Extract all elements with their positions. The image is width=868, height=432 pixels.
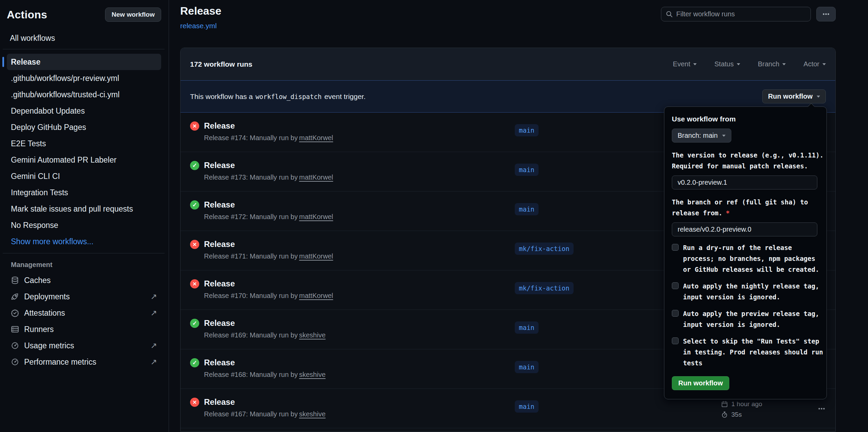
server-icon [11,325,19,333]
run-title-link[interactable]: Release [204,161,333,170]
run-actor-link[interactable]: skeshive [299,371,326,378]
run-options-button[interactable] [818,405,825,413]
run-actor-link[interactable]: mattKorwel [299,134,333,142]
workflow-item-label: Gemini Automated PR Labeler [11,155,117,165]
checkbox[interactable] [672,244,679,251]
run-workflow-dropdown-button[interactable]: Run workflow [762,89,826,103]
required-asterisk: * [726,209,730,217]
branch-badge[interactable]: main [515,124,539,136]
run-title-link[interactable]: Release [204,121,333,131]
sidebar-workflow-item[interactable]: Gemini Automated PR Labeler [7,152,161,168]
runs-count: 172 workflow runs [190,60,252,68]
workflow-item-label: E2E Tests [11,139,46,148]
filter-dropdown[interactable]: Status [714,60,740,68]
workflow-item-label: No Response [11,221,58,230]
branch-badge[interactable]: main [515,164,539,176]
show-more-workflows-link[interactable]: Show more workflows... [7,233,161,250]
run-actor-link[interactable]: mattKorwel [299,173,333,181]
checkbox[interactable] [672,337,679,344]
workflow-item-label: Gemini CLI CI [11,172,60,181]
management-item-label: Caches [24,276,51,285]
run-description: Release #170: Manually run bymattKorwel [204,292,333,300]
runs-list-header: 172 workflow runs Event Status Branch [181,48,835,80]
workflow-file-link[interactable]: release.yml [180,22,217,30]
checkbox-row[interactable]: Run a dry-run of the release process; no… [672,242,821,275]
filter-workflow-runs-input[interactable] [676,10,806,18]
run-status-icon [190,240,199,249]
run-status-icon [190,279,199,288]
branch-badge[interactable]: mk/fix-action [515,243,574,255]
run-actor-link[interactable]: mattKorwel [299,213,333,220]
checkbox-label: Run a dry-run of the release process; no… [683,242,819,275]
sidebar-workflow-item[interactable]: Mark stale issues and pull requests [7,201,161,217]
run-status-icon [190,398,199,407]
run-description: Release #171: Manually run bymattKorwel [204,252,333,260]
filter-dropdown[interactable]: Actor [803,60,826,68]
branch-badge[interactable]: main [515,361,539,373]
sidebar-workflow-item[interactable]: Dependabot Updates [7,103,161,119]
sidebar-management-item[interactable]: Performance metrics [7,354,161,370]
run-actor-link[interactable]: skeshive [299,410,326,418]
run-title-link[interactable]: Release [204,239,333,249]
run-status-icon [190,121,199,131]
page-options-button[interactable] [816,7,836,21]
workflow-dispatch-code: workflow_dispatch [255,93,321,100]
external-link-icon [151,309,157,318]
run-title-link[interactable]: Release [204,318,326,328]
workflow-nav-list: Release .github/workflows/pr-review.yml … [7,54,161,233]
sidebar-workflow-item[interactable]: No Response [7,217,161,233]
sidebar-workflow-item[interactable]: Release [7,54,161,70]
branch-badge[interactable]: main [515,400,539,413]
branch-badge[interactable]: mk/fix-action [515,282,574,294]
chevron-down-icon [737,63,740,67]
checkbox-label: Auto apply the nightly release tag, inpu… [683,281,819,302]
page-title: Release [180,5,221,17]
runs-filters: Event Status Branch Actor [673,60,826,68]
branch-select-button[interactable]: Branch: main [672,129,731,143]
dropdown-fields: The version to release (e.g., v0.1.11). … [672,150,821,236]
sidebar-item-all-workflows[interactable]: All workflows [7,31,161,46]
chevron-down-icon [822,63,826,67]
run-actor-link[interactable]: mattKorwel [299,252,333,260]
sidebar-management-item[interactable]: Deployments [7,288,161,305]
checkbox-row[interactable]: Select to skip the "Run Tests" step in t… [672,336,821,368]
run-description: Release #173: Manually run bymattKorwel [204,173,333,181]
run-title-link[interactable]: Release [204,279,333,288]
workflow-input-field[interactable] [672,222,817,236]
workflow-input-group: The version to release (e.g., v0.1.11). … [672,150,821,189]
run-title-link[interactable]: Release [204,358,326,367]
actions-sidebar: Actions New workflow All workflows Relea… [0,0,169,432]
filter-dropdown[interactable]: Branch [758,60,786,68]
run-description: Release #174: Manually run bymattKorwel [204,134,333,142]
branch-badge[interactable]: main [515,321,539,334]
sidebar-management-item[interactable]: Caches [7,272,161,288]
run-title-link[interactable]: Release [204,200,333,210]
sidebar-management-item[interactable]: Runners [7,321,161,337]
new-workflow-button[interactable]: New workflow [105,7,161,22]
kebab-icon [818,405,825,412]
external-link-icon [151,358,157,367]
checkbox[interactable] [672,310,679,317]
sidebar-workflow-item[interactable]: Deploy GitHub Pages [7,119,161,135]
sidebar-management-item[interactable]: Attestations [7,305,161,321]
run-actor-link[interactable]: skeshive [299,331,326,339]
sidebar-workflow-item[interactable]: E2E Tests [7,135,161,152]
run-title-link[interactable]: Release [204,397,326,407]
checkbox[interactable] [672,282,679,289]
run-actor-link[interactable]: mattKorwel [299,292,333,299]
workflow-input-field[interactable] [672,176,817,189]
database-icon [11,276,19,284]
run-workflow-submit-button[interactable]: Run workflow [672,376,729,390]
sidebar-workflow-item[interactable]: .github/workflows/trusted-ci.yml [7,86,161,103]
sidebar-workflow-item[interactable]: Integration Tests [7,184,161,201]
search-icon [666,11,673,18]
filter-dropdown[interactable]: Event [673,60,697,68]
sidebar-workflow-item[interactable]: .github/workflows/pr-review.yml [7,70,161,86]
sidebar-divider [3,253,165,253]
checkbox-row[interactable]: Auto apply the preview release tag, inpu… [672,308,821,330]
sidebar-management-item[interactable]: Usage metrics [7,337,161,354]
checkbox-row[interactable]: Auto apply the nightly release tag, inpu… [672,281,821,302]
management-item-label: Deployments [24,292,70,301]
sidebar-workflow-item[interactable]: Gemini CLI CI [7,168,161,184]
branch-badge[interactable]: main [515,203,539,215]
